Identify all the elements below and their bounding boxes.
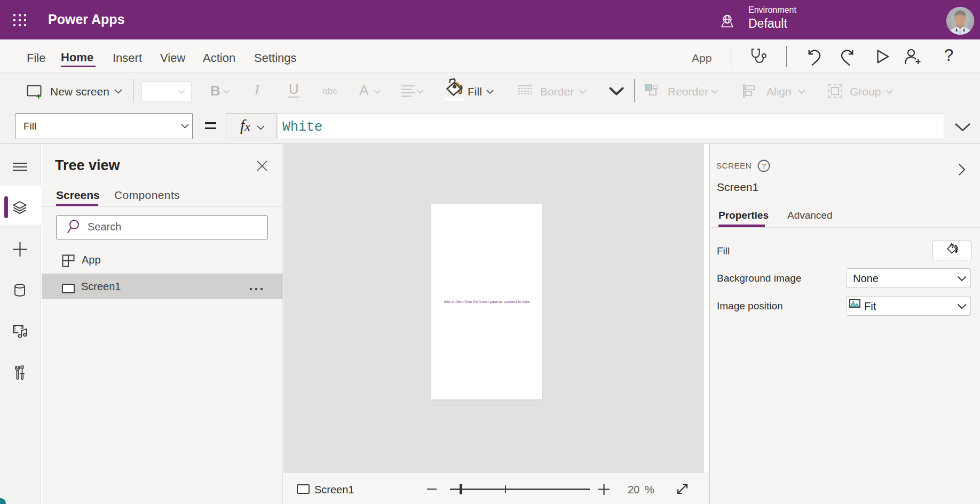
svg-text:?: ? — [762, 162, 765, 170]
